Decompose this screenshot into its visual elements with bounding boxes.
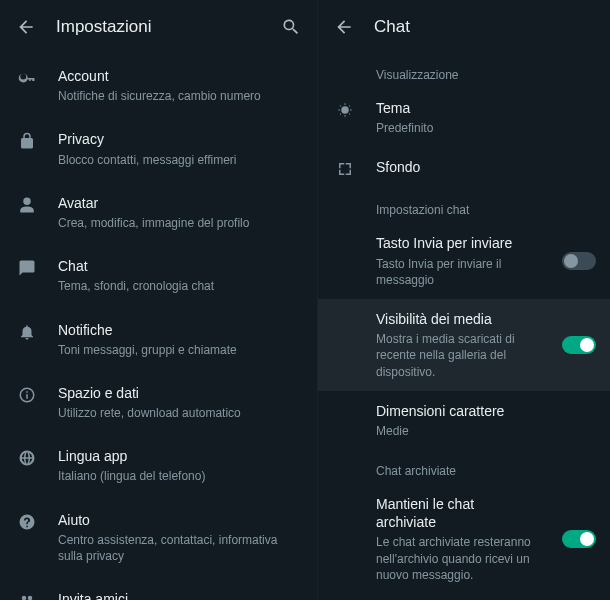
item-title: Tasto Invia per inviare bbox=[376, 234, 532, 252]
search-icon[interactable] bbox=[279, 15, 303, 39]
backup-item[interactable]: Backup delle chat bbox=[318, 594, 610, 600]
item-sub: Italiano (lingua del telefono) bbox=[58, 468, 303, 484]
avatar-icon bbox=[18, 194, 36, 231]
chat-icon bbox=[18, 257, 36, 294]
back-icon[interactable] bbox=[332, 15, 356, 39]
chat-title: Chat bbox=[374, 17, 410, 37]
settings-item-account[interactable]: Account Notifiche di sicurezza, cambio n… bbox=[0, 54, 317, 117]
back-icon[interactable] bbox=[14, 15, 38, 39]
item-title: Spazio e dati bbox=[58, 384, 303, 402]
item-title: Avatar bbox=[58, 194, 303, 212]
people-icon bbox=[18, 590, 36, 600]
item-title: Chat bbox=[58, 257, 303, 275]
item-title: Notifiche bbox=[58, 321, 303, 339]
item-sub: Centro assistenza, contattaci, informati… bbox=[58, 532, 303, 564]
item-title: Invita amici bbox=[58, 590, 303, 600]
wallpaper-icon bbox=[336, 158, 354, 178]
globe-icon bbox=[18, 447, 36, 484]
settings-item-privacy[interactable]: Privacy Blocco contatti, messaggi effime… bbox=[0, 117, 317, 180]
section-chat: Impostazioni chat bbox=[318, 189, 610, 223]
chat-settings-panel: Chat Visualizzazione Tema Predefinito Sf… bbox=[318, 0, 610, 600]
settings-item-avatar[interactable]: Avatar Crea, modifica, immagine del prof… bbox=[0, 181, 317, 244]
settings-item-language[interactable]: Lingua app Italiano (lingua del telefono… bbox=[0, 434, 317, 497]
settings-panel: Impostazioni Account Notifiche di sicure… bbox=[0, 0, 318, 600]
item-title: Lingua app bbox=[58, 447, 303, 465]
item-sub: Mostra i media scaricati di recente nell… bbox=[376, 331, 532, 380]
section-display: Visualizzazione bbox=[318, 54, 610, 88]
keep-archived-item[interactable]: Mantieni le chat archiviate Le chat arch… bbox=[318, 484, 610, 594]
media-toggle[interactable] bbox=[562, 336, 596, 354]
item-sub: Notifiche di sicurezza, cambio numero bbox=[58, 88, 303, 104]
item-sub: Toni messaggi, gruppi e chiamate bbox=[58, 342, 303, 358]
item-sub: Tema, sfondi, cronologia chat bbox=[58, 278, 303, 294]
item-title: Account bbox=[58, 67, 303, 85]
item-title: Sfondo bbox=[376, 158, 596, 176]
item-sub: Utilizzo rete, download automatico bbox=[58, 405, 303, 421]
settings-header: Impostazioni bbox=[0, 0, 317, 54]
settings-item-help[interactable]: Aiuto Centro assistenza, contattaci, inf… bbox=[0, 498, 317, 578]
settings-item-storage[interactable]: Spazio e dati Utilizzo rete, download au… bbox=[0, 371, 317, 434]
key-icon bbox=[18, 67, 36, 104]
item-sub: Medie bbox=[376, 423, 596, 439]
item-title: Dimensioni carattere bbox=[376, 402, 596, 420]
settings-title: Impostazioni bbox=[56, 17, 151, 37]
wallpaper-item[interactable]: Sfondo bbox=[318, 147, 610, 189]
item-sub: Blocco contatti, messaggi effimeri bbox=[58, 152, 303, 168]
settings-item-notifications[interactable]: Notifiche Toni messaggi, gruppi e chiama… bbox=[0, 308, 317, 371]
item-sub: Predefinito bbox=[376, 120, 596, 136]
chat-header: Chat bbox=[318, 0, 610, 54]
item-sub: Tasto Invia per inviare il messaggio bbox=[376, 256, 532, 288]
font-size-item[interactable]: Dimensioni carattere Medie bbox=[318, 391, 610, 450]
theme-icon bbox=[336, 99, 354, 136]
item-title: Aiuto bbox=[58, 511, 303, 529]
data-icon bbox=[18, 384, 36, 421]
settings-item-chat[interactable]: Chat Tema, sfondi, cronologia chat bbox=[0, 244, 317, 307]
lock-icon bbox=[18, 130, 36, 167]
item-sub: Crea, modifica, immagine del profilo bbox=[58, 215, 303, 231]
section-archived: Chat archiviate bbox=[318, 450, 610, 484]
help-icon bbox=[18, 511, 36, 565]
media-visibility-item[interactable]: Visibilità dei media Mostra i media scar… bbox=[318, 299, 610, 391]
settings-item-invite[interactable]: Invita amici bbox=[0, 577, 317, 600]
item-sub: Le chat archiviate resteranno nell'archi… bbox=[376, 534, 532, 583]
item-title: Privacy bbox=[58, 130, 303, 148]
enter-to-send-item[interactable]: Tasto Invia per inviare Tasto Invia per … bbox=[318, 223, 610, 299]
item-title: Visibilità dei media bbox=[376, 310, 532, 328]
bell-icon bbox=[18, 321, 36, 358]
enter-toggle[interactable] bbox=[562, 252, 596, 270]
theme-item[interactable]: Tema Predefinito bbox=[318, 88, 610, 147]
item-title: Tema bbox=[376, 99, 596, 117]
keep-toggle[interactable] bbox=[562, 530, 596, 548]
item-title: Mantieni le chat archiviate bbox=[376, 495, 532, 531]
